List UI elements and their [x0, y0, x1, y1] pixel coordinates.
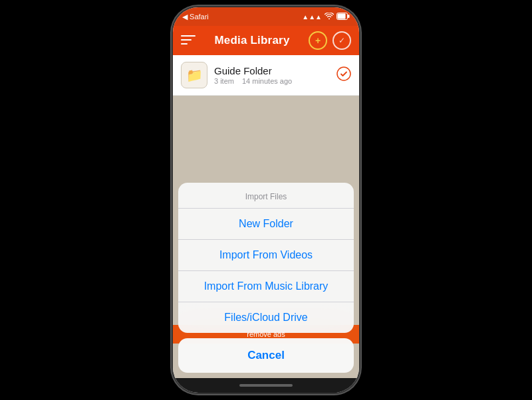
home-indicator: [173, 378, 359, 393]
import-videos-button[interactable]: Import From Videos: [178, 240, 354, 271]
action-sheet: Import Files New Folder Import From Vide…: [173, 183, 359, 378]
import-music-button[interactable]: Import From Music Library: [178, 271, 354, 302]
svg-rect-5: [181, 43, 188, 45]
svg-rect-3: [181, 35, 196, 37]
new-folder-button[interactable]: New Folder: [178, 209, 354, 240]
sort-button[interactable]: [181, 35, 196, 47]
add-button[interactable]: +: [309, 31, 327, 50]
status-bar: ◀ Safari ▲▲▲: [173, 7, 359, 26]
svg-rect-4: [181, 39, 192, 41]
svg-rect-2: [348, 15, 350, 18]
action-sheet-title: Import Files: [178, 183, 354, 209]
cancel-button[interactable]: Cancel: [178, 338, 354, 373]
signal-icon: ▲▲▲: [302, 13, 322, 21]
action-sheet-group: Import Files New Folder Import From Vide…: [178, 183, 354, 333]
svg-rect-1: [338, 13, 346, 19]
files-icloud-button[interactable]: Files/iCloud Drive: [178, 302, 354, 333]
nav-bar: Media Library + ✓: [173, 26, 359, 55]
status-bar-right: ▲▲▲: [302, 13, 350, 21]
action-sheet-overlay: Import Files New Folder Import From Vide…: [173, 55, 359, 378]
safari-back-label: ◀ Safari: [182, 13, 209, 21]
battery-icon: [336, 13, 350, 21]
nav-right-buttons: + ✓: [309, 31, 351, 50]
checkmark-icon: ✓: [338, 36, 345, 45]
select-button[interactable]: ✓: [332, 31, 351, 50]
content-area: 📁 Guide Folder 3 item 14 minutes ago rem…: [173, 55, 359, 378]
plus-icon: +: [315, 35, 321, 46]
status-bar-left: ◀ Safari: [182, 13, 209, 21]
page-title: Media Library: [214, 34, 289, 47]
phone-frame: ◀ Safari ▲▲▲: [173, 7, 359, 393]
home-bar: [239, 384, 293, 387]
wifi-icon: [325, 13, 334, 21]
